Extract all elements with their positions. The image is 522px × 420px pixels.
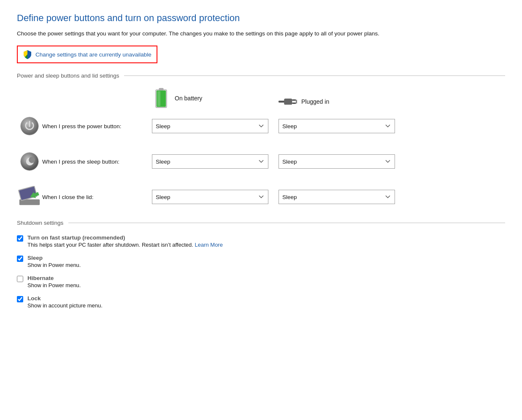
sleep-button-label: When I press the sleep button: (42, 159, 152, 165)
power-button-battery-select[interactable]: Sleep Do nothing Hibernate Shut down Tur… (152, 119, 268, 133)
svg-rect-7 (292, 102, 296, 104)
sleep-shutdown-row: Sleep Show in Power menu. (17, 255, 505, 268)
column-headers: On battery Plugged in (152, 87, 505, 109)
power-button-icon (17, 116, 42, 136)
page-description: Choose the power settings that you want … (17, 30, 481, 38)
power-sleep-section-label: Power and sleep buttons and lid settings (17, 73, 119, 79)
setting-rows-container: When I press the power button: Sleep Do … (17, 113, 505, 210)
on-battery-header: On battery (152, 87, 279, 109)
sleep-shutdown-content: Sleep Show in Power menu. (27, 255, 81, 268)
shutdown-divider (68, 223, 505, 223)
sleep-button-icon (17, 152, 42, 171)
svg-rect-1 (159, 88, 163, 91)
svg-rect-8 (296, 100, 297, 104)
plugged-in-header: Plugged in (279, 94, 405, 109)
sleep-button-dropdowns: Sleep Do nothing Hibernate Shut down Tur… (152, 154, 395, 169)
power-button-plugged-select[interactable]: Sleep Do nothing Hibernate Shut down Tur… (279, 119, 395, 133)
learn-more-link[interactable]: Learn More (195, 242, 222, 248)
change-settings-link[interactable]: Change settings that are currently unava… (17, 46, 157, 63)
section-divider (124, 75, 505, 76)
fast-startup-checkbox[interactable] (17, 235, 23, 242)
power-button-row: When I press the power button: Sleep Do … (17, 113, 505, 139)
sleep-button-battery-select[interactable]: Sleep Do nothing Hibernate Shut down Tur… (152, 154, 268, 169)
hibernate-sublabel: Show in Power menu. (27, 282, 81, 288)
plugged-in-label: Plugged in (301, 98, 329, 105)
on-battery-label: On battery (175, 95, 202, 102)
page-title: Define power buttons and turn on passwor… (17, 13, 505, 24)
svg-rect-6 (292, 100, 296, 101)
sleep-shutdown-sublabel: Show in Power menu. (27, 262, 81, 268)
sleep-button-row: When I press the sleep button: Sleep Do … (17, 149, 505, 174)
hibernate-row: Hibernate Show in Power menu. (17, 275, 505, 288)
sleep-button-plugged-select[interactable]: Sleep Do nothing Hibernate Shut down Tur… (279, 154, 395, 169)
shutdown-section-header: Shutdown settings (17, 220, 505, 226)
fast-startup-label[interactable]: Turn on fast startup (recommended) (27, 234, 223, 241)
power-button-dropdowns: Sleep Do nothing Hibernate Shut down Tur… (152, 119, 395, 133)
battery-icon (152, 87, 170, 109)
lock-row: Lock Show in account picture menu. (17, 295, 505, 309)
power-button-label: When I press the power button: (42, 123, 152, 129)
sleep-shutdown-checkbox[interactable] (17, 256, 23, 262)
hibernate-checkbox[interactable] (17, 276, 23, 282)
svg-point-12 (29, 157, 35, 163)
lock-sublabel: Show in account picture menu. (27, 302, 103, 309)
svg-rect-5 (284, 99, 292, 105)
shield-icon (23, 50, 32, 59)
shutdown-section: Shutdown settings Turn on fast startup (… (17, 220, 505, 309)
hibernate-content: Hibernate Show in Power menu. (27, 275, 81, 288)
fast-startup-content: Turn on fast startup (recommended) This … (27, 234, 223, 248)
fast-startup-sublabel: This helps start your PC faster after sh… (27, 242, 223, 248)
lid-close-row: When I close the lid: Sleep Do nothing H… (17, 184, 505, 210)
svg-rect-4 (279, 101, 285, 102)
hibernate-label[interactable]: Hibernate (27, 275, 81, 281)
power-sleep-section-header: Power and sleep buttons and lid settings (17, 73, 505, 79)
plug-icon (279, 94, 297, 109)
change-settings-label: Change settings that are currently unava… (35, 51, 151, 58)
lock-content: Lock Show in account picture menu. (27, 295, 103, 309)
lid-close-icon (17, 186, 42, 208)
lid-close-battery-select[interactable]: Sleep Do nothing Hibernate Shut down Tur… (152, 190, 268, 204)
lock-checkbox[interactable] (17, 296, 23, 302)
lock-label[interactable]: Lock (27, 295, 103, 302)
fast-startup-row: Turn on fast startup (recommended) This … (17, 234, 505, 248)
svg-rect-3 (157, 92, 160, 106)
sleep-shutdown-label[interactable]: Sleep (27, 255, 81, 261)
lid-close-label: When I close the lid: (42, 194, 152, 200)
lid-close-dropdowns: Sleep Do nothing Hibernate Shut down Tur… (152, 190, 395, 204)
lid-close-plugged-select[interactable]: Sleep Do nothing Hibernate Shut down Tur… (279, 190, 395, 204)
shutdown-section-label: Shutdown settings (17, 220, 63, 226)
